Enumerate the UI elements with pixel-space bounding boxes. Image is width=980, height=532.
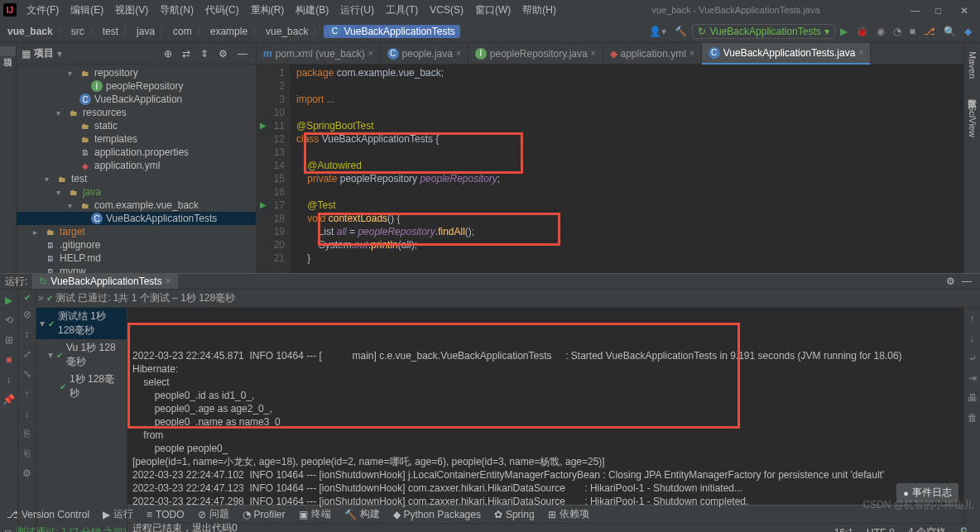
minimize-icon[interactable]: — <box>910 5 920 15</box>
menu-build[interactable]: 构建(B) <box>291 2 334 19</box>
run-config-dropdown[interactable]: ↻ VueBackApplicationTests ▾ <box>692 24 834 39</box>
breadcrumb[interactable]: example <box>208 26 250 37</box>
prev-icon[interactable]: ↑ <box>22 386 33 401</box>
next-icon[interactable]: ↓ <box>22 406 33 421</box>
user-icon[interactable]: 👤▾ <box>646 24 670 39</box>
tree-item-repository[interactable]: ▾🖿repository <box>17 66 256 79</box>
show-ignored-icon[interactable]: ⊘ <box>20 307 35 322</box>
editor-tab[interactable]: ◆application.yml× <box>603 43 702 65</box>
stop-button[interactable]: ■ <box>906 24 919 39</box>
breadcrumb-current[interactable]: CVueBackApplicationTests <box>324 25 459 38</box>
import-icon[interactable]: ⎗ <box>21 446 33 461</box>
debug-button[interactable]: 🐞 <box>853 24 872 39</box>
settings-icon[interactable]: ⚙ <box>215 46 231 61</box>
database-tool-tab[interactable]: 数据库 <box>964 87 980 97</box>
print-icon[interactable]: 🖶 <box>964 391 981 405</box>
console-output[interactable]: 2022-03-23 22:24:45.871 INFO 10464 --- [… <box>127 308 963 532</box>
settings-icon[interactable]: ◆ <box>961 24 975 39</box>
build-icon[interactable]: 🔨 <box>671 24 690 39</box>
git-icon[interactable]: ⎇ <box>920 24 939 39</box>
select-opened-file-icon[interactable]: ⊕ <box>161 46 175 61</box>
breadcrumb[interactable]: src <box>69 26 87 37</box>
menu-edit[interactable]: 编辑(E) <box>65 2 108 19</box>
tree-item-java[interactable]: ▾🖿java <box>17 185 256 199</box>
menu-run[interactable]: 运行(U) <box>335 2 379 19</box>
collapse-icon[interactable]: ⤡ <box>20 367 35 381</box>
expand-icon[interactable]: ⤢ <box>20 347 35 362</box>
tree-item-application.yml[interactable]: ◆application.yml <box>17 159 256 172</box>
menu-code[interactable]: 代码(C) <box>200 2 244 19</box>
stop-button[interactable]: ■ <box>2 352 15 367</box>
tree-item-HELP.md[interactable]: 🗎HELP.md <box>17 252 256 265</box>
breadcrumb[interactable]: vue_back <box>263 26 310 37</box>
scroll-down-icon[interactable]: ↓ <box>967 331 978 346</box>
test-tree-item[interactable]: ▾✔Vu 1秒 128毫秒 <box>36 339 127 371</box>
show-passed-icon[interactable]: ✔ <box>24 293 31 302</box>
tree-item-application.properties[interactable]: 🗎application.properties <box>17 146 256 159</box>
test-tree-root[interactable]: ▾✔测试结 1秒 128毫秒 <box>36 308 127 339</box>
search-icon[interactable]: 🔍 <box>940 24 959 39</box>
history-button[interactable]: ↓ <box>3 372 15 387</box>
tree-item-VueBackApplicationTests[interactable]: CVueBackApplicationTests <box>17 212 256 225</box>
rerun-button[interactable]: ▶ <box>2 293 16 308</box>
project-tree[interactable]: ▾🖿repositoryIpeopleRepositoryCVueBackApp… <box>17 65 256 273</box>
tree-item-templates[interactable]: 🖿templates <box>17 132 256 146</box>
editor-tab[interactable]: mpom.xml (vue_back)× <box>257 43 381 65</box>
pin-button[interactable]: 📌 <box>0 392 18 407</box>
test-tree[interactable]: ▾✔测试结 1秒 128毫秒 ▾✔Vu 1秒 128毫秒 ✔1秒 128毫秒 <box>36 308 127 532</box>
tree-item-test[interactable]: ▾🖿test <box>17 172 256 185</box>
menu-tools[interactable]: 工具(T) <box>381 2 423 19</box>
coverage-button[interactable]: ◉ <box>873 24 888 39</box>
clear-icon[interactable]: 🗑 <box>964 410 981 425</box>
maven-tool-tab[interactable]: Maven <box>966 46 979 84</box>
tree-item-peopleRepository[interactable]: IpeopleRepository <box>17 79 256 93</box>
project-tool-tab[interactable]: 项目 <box>0 46 16 56</box>
editor-tab[interactable]: Cpeople.java× <box>381 43 468 65</box>
sort-icon[interactable]: ↕ <box>22 327 33 342</box>
tree-item-.gitignore[interactable]: 🗎.gitignore <box>17 238 256 252</box>
breadcrumb[interactable]: test <box>100 26 121 37</box>
sciview-tool-tab[interactable]: SciView <box>966 100 979 142</box>
tree-item-resources[interactable]: ▾🖿resources <box>17 106 256 119</box>
titlebar: IJ 文件(F) 编辑(E) 视图(V) 导航(N) 代码(C) 重构(R) 构… <box>0 0 980 20</box>
menu-file[interactable]: 文件(F) <box>22 2 64 19</box>
breadcrumb[interactable]: java <box>134 26 157 37</box>
breadcrumb[interactable]: vue_back <box>5 26 55 37</box>
tree-item-com.example.vue_back[interactable]: ▾🖿com.example.vue_back <box>17 199 256 212</box>
menu-view[interactable]: 视图(V) <box>110 2 153 19</box>
run-tab[interactable]: ↻VueBackApplicationTests × <box>32 274 177 289</box>
status-icon[interactable]: □ <box>5 527 11 533</box>
maximize-icon[interactable]: □ <box>935 5 945 15</box>
menu-refactor[interactable]: 重构(R) <box>246 2 290 19</box>
breadcrumb[interactable]: com <box>171 26 195 37</box>
run-settings-icon[interactable]: ⚙ <box>943 274 958 289</box>
tree-item-target[interactable]: ▸🖿target <box>17 225 256 238</box>
test-tree-item[interactable]: ✔1秒 128毫秒 <box>36 371 127 402</box>
export-icon[interactable]: ⎘ <box>21 426 33 441</box>
tree-item-static[interactable]: 🖿static <box>17 119 256 132</box>
scroll-end-icon[interactable]: ⇥ <box>965 371 980 386</box>
soft-wrap-icon[interactable]: ⤶ <box>965 351 980 366</box>
run-button[interactable]: ▶ <box>837 24 851 39</box>
run-hide-icon[interactable]: — <box>958 274 975 289</box>
scroll-up-icon[interactable]: ↑ <box>967 311 978 326</box>
tree-item-mvnw[interactable]: 🗎mvnw <box>17 265 256 273</box>
right-tool-strip: Maven 数据库 SciView <box>963 43 980 273</box>
toggle-auto-test-button[interactable]: ⊞ <box>2 333 17 347</box>
editor-tab[interactable]: IpeopleRepository.java× <box>468 43 603 65</box>
menu-window[interactable]: 窗口(W) <box>470 2 516 19</box>
editor-tab[interactable]: CVueBackApplicationTests.java× <box>702 43 872 65</box>
menu-help[interactable]: 帮助(H) <box>517 2 561 19</box>
profile-button[interactable]: ◔ <box>890 24 905 39</box>
collapse-all-icon[interactable]: ⇕ <box>197 46 212 61</box>
hide-icon[interactable]: — <box>234 46 251 61</box>
more-icon[interactable]: ⚙ <box>19 466 35 481</box>
close-icon[interactable]: ✕ <box>960 5 970 15</box>
version-control-tab[interactable]: ⎇ Version Control <box>0 509 96 520</box>
expand-all-icon[interactable]: ⇄ <box>179 46 194 61</box>
menu-navigate[interactable]: 导航(N) <box>155 2 199 19</box>
rerun-failed-button[interactable]: ⟲ <box>2 313 17 328</box>
panel-icon: ▦ <box>22 48 31 60</box>
menu-vcs[interactable]: VCS(S) <box>425 2 468 17</box>
tree-item-VueBackApplication[interactable]: CVueBackApplication <box>17 93 256 106</box>
